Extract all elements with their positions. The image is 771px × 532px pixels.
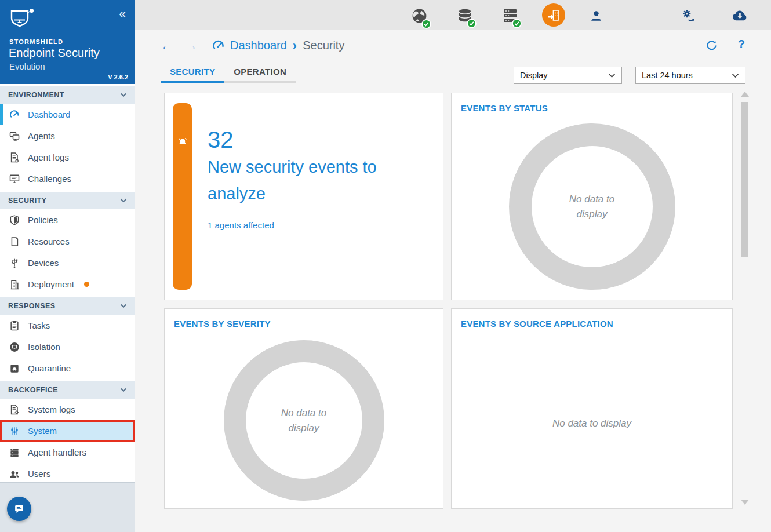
chevron-down-icon bbox=[608, 73, 616, 78]
bell-icon bbox=[177, 137, 188, 148]
chevron-down-icon bbox=[732, 73, 739, 78]
chevron-down-icon bbox=[120, 388, 127, 392]
sidebar-item-label: System bbox=[28, 426, 57, 436]
sidebar-item-challenges[interactable]: Challenges bbox=[0, 168, 135, 190]
sidebar-section-backoffice[interactable]: BACKOFFICE bbox=[0, 381, 135, 399]
sidebar-item-agent-handlers[interactable]: Agent handlers bbox=[0, 442, 135, 463]
events-by-severity-donut: No data to display bbox=[224, 340, 384, 501]
sidebar-item-label: Challenges bbox=[28, 174, 71, 184]
sidebar-item-tasks[interactable]: Tasks bbox=[0, 315, 135, 336]
back-arrow-button[interactable]: ← bbox=[161, 39, 173, 52]
sidebar-collapse-button[interactable]: « bbox=[119, 7, 126, 19]
scroll-up-arrow[interactable] bbox=[741, 92, 749, 97]
tab-operation[interactable]: OPERATION bbox=[224, 63, 296, 83]
cloud-download-button[interactable] bbox=[731, 7, 750, 25]
settings-sync-button[interactable] bbox=[681, 8, 696, 25]
forward-arrow-button[interactable]: → bbox=[185, 39, 198, 52]
card-title: EVENTS BY SOURCE APPLICATION bbox=[461, 319, 732, 329]
sidebar-item-label: Isolation bbox=[28, 342, 60, 352]
sidebar-item-agent-logs[interactable]: Agent logs bbox=[0, 147, 135, 168]
chevron-down-icon bbox=[120, 198, 127, 203]
scrollbar-thumb[interactable] bbox=[741, 102, 748, 257]
new-security-events-card[interactable]: 32 New security events to analyze 1 agen… bbox=[164, 93, 443, 300]
chat-button[interactable] bbox=[7, 497, 31, 521]
version-label: V 2.6.2 bbox=[108, 74, 128, 81]
sidebar-item-label: Users bbox=[28, 469, 50, 479]
gauge-icon bbox=[9, 109, 20, 121]
sidebar-item-label: Dashboard bbox=[28, 110, 70, 119]
chevron-down-icon bbox=[120, 93, 127, 97]
user-account-button[interactable] bbox=[589, 9, 603, 25]
deployment-notification-dot bbox=[84, 282, 89, 287]
sidebar-section-security[interactable]: SECURITY bbox=[0, 192, 135, 209]
sidebar-item-deployment[interactable]: Deployment bbox=[0, 274, 135, 295]
breadcrumb-dashboard-link[interactable]: Dashboard bbox=[230, 39, 287, 52]
display-dropdown-value: Display bbox=[520, 71, 548, 80]
sidebar-item-agents[interactable]: Agents bbox=[0, 125, 135, 147]
document-gear-icon bbox=[9, 404, 20, 416]
sidebar-item-users[interactable]: Users bbox=[0, 463, 135, 484]
alert-text-block: 32 New security events to analyze 1 agen… bbox=[208, 127, 443, 230]
breadcrumb-separator: › bbox=[293, 38, 297, 53]
sidebar-item-policies[interactable]: Policies bbox=[0, 209, 135, 231]
alert-accent-bar bbox=[173, 103, 192, 290]
sidebar-item-devices[interactable]: Devices bbox=[0, 252, 135, 274]
sidebar-item-label: Agent handlers bbox=[28, 447, 86, 457]
events-by-severity-card: EVENTS BY SEVERITY No data to display bbox=[164, 308, 443, 509]
edition-name: Evolution bbox=[9, 61, 45, 71]
period-dropdown[interactable]: Last 24 hours bbox=[635, 67, 745, 84]
sidebar-item-label: System logs bbox=[28, 405, 75, 414]
period-dropdown-value: Last 24 hours bbox=[642, 71, 693, 80]
brand-name: STORMSHIELD bbox=[9, 38, 63, 45]
bug-icon bbox=[9, 363, 20, 374]
dashboard-cards: 32 New security events to analyze 1 agen… bbox=[164, 90, 744, 513]
sidebar-item-label: Policies bbox=[28, 215, 58, 225]
shield-icon bbox=[9, 214, 20, 226]
dashboard-tabs: SECURITY OPERATION bbox=[161, 63, 296, 83]
sidebar-item-resources[interactable]: Resources bbox=[0, 231, 135, 252]
sidebar-item-isolation[interactable]: Isolation bbox=[0, 336, 135, 358]
building-icon bbox=[9, 279, 20, 290]
card-title: EVENTS BY SEVERITY bbox=[174, 319, 443, 329]
gear-arrow-icon bbox=[681, 8, 696, 23]
scroll-down-arrow[interactable] bbox=[741, 500, 749, 505]
no-data-message: No data to display bbox=[554, 192, 630, 221]
isolated-screen-icon bbox=[9, 341, 20, 353]
sidebar-section-responses[interactable]: RESPONSES bbox=[0, 297, 135, 315]
alert-agents-affected-link[interactable]: 1 agents affected bbox=[208, 220, 443, 230]
display-dropdown[interactable]: Display bbox=[514, 67, 622, 84]
sidebar-item-dashboard[interactable]: Dashboard bbox=[0, 104, 135, 125]
deployment-pending-button[interactable] bbox=[542, 3, 565, 27]
refresh-button[interactable] bbox=[705, 39, 718, 54]
sidebar-item-label: Tasks bbox=[28, 320, 50, 330]
main-area: ← → Dashboard › Security ? SECURITY OPER… bbox=[135, 0, 771, 532]
sidebar-item-system-logs[interactable]: System logs bbox=[0, 399, 135, 420]
no-data-message: No data to display bbox=[452, 418, 732, 429]
refresh-icon bbox=[705, 39, 718, 52]
alert-count: 32 bbox=[208, 127, 443, 152]
section-label: BACKOFFICE bbox=[8, 386, 58, 394]
logo-area: « STORMSHIELD Endpoint Security Evolutio… bbox=[0, 0, 135, 84]
document-log-icon bbox=[9, 152, 20, 163]
breadcrumb: ← → Dashboard › Security ? bbox=[135, 30, 771, 61]
usb-icon bbox=[9, 257, 20, 269]
screen-icon bbox=[9, 173, 20, 185]
tab-security[interactable]: SECURITY bbox=[161, 63, 224, 83]
server-status-button[interactable] bbox=[502, 8, 518, 26]
check-badge-icon bbox=[467, 19, 477, 28]
deploy-building-icon bbox=[547, 8, 561, 22]
monitors-icon bbox=[9, 130, 20, 142]
section-label: RESPONSES bbox=[8, 302, 55, 310]
app-window: « STORMSHIELD Endpoint Security Evolutio… bbox=[0, 0, 771, 532]
events-by-source-application-card: EVENTS BY SOURCE APPLICATION No data to … bbox=[451, 308, 733, 509]
clipboard-icon bbox=[9, 320, 20, 331]
sidebar-item-system[interactable]: System bbox=[0, 420, 135, 442]
sidebar-section-environment[interactable]: ENVIRONMENT bbox=[0, 86, 135, 104]
database-status-button[interactable] bbox=[457, 8, 473, 26]
sidebar: « STORMSHIELD Endpoint Security Evolutio… bbox=[0, 0, 135, 532]
help-button[interactable]: ? bbox=[738, 38, 745, 51]
internet-status-button[interactable] bbox=[411, 8, 428, 27]
chat-bubble-icon bbox=[13, 502, 26, 515]
sidebar-item-quarantine[interactable]: Quarantine bbox=[0, 358, 135, 379]
sidebar-footer bbox=[0, 482, 135, 532]
